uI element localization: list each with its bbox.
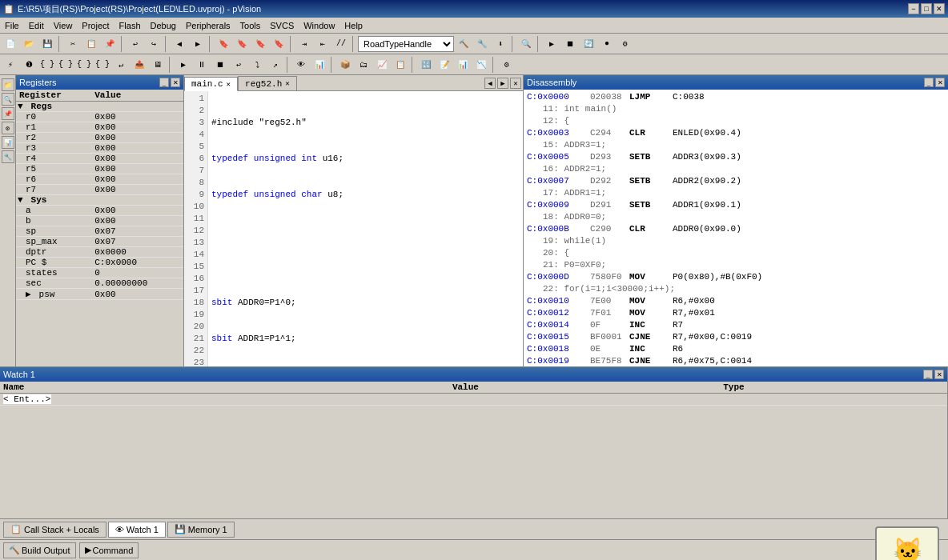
tb2-btn19[interactable]: 🗂 xyxy=(355,56,372,74)
disasm-minimize[interactable]: _ xyxy=(924,78,934,87)
tb2-btn17[interactable]: 📊 xyxy=(311,56,328,74)
tb2-btn5[interactable]: { } xyxy=(75,56,93,74)
menu-view[interactable]: View xyxy=(49,19,78,32)
tb2-btn10[interactable]: ▶ xyxy=(175,56,192,74)
minimize-button[interactable]: − xyxy=(908,3,919,14)
tb2-btn16[interactable]: 👁 xyxy=(292,56,310,74)
sidebar-icon-6[interactable]: 🔧 xyxy=(2,150,14,163)
nav-back-btn[interactable]: ◀ xyxy=(171,35,188,53)
target-dropdown[interactable]: RoadTypeHandle xyxy=(358,36,454,52)
build-output-btn[interactable]: 🔨 Build Output xyxy=(3,542,76,558)
sep9 xyxy=(169,57,172,73)
watch-entry-input[interactable] xyxy=(3,394,51,404)
watch-minimize[interactable]: _ xyxy=(923,370,933,379)
tb2-btn24[interactable]: 📊 xyxy=(454,56,472,74)
btab-watch1[interactable]: 👁 Watch 1 xyxy=(108,522,166,538)
save-btn[interactable]: 💾 xyxy=(38,35,56,53)
sys-collapse-icon[interactable]: ▼ xyxy=(18,195,26,205)
search-btn[interactable]: 🔍 xyxy=(517,35,535,53)
watch-close[interactable]: ✕ xyxy=(934,370,944,379)
tb2-btn21[interactable]: 📋 xyxy=(392,56,409,74)
menu-flash[interactable]: Flash xyxy=(114,19,146,32)
tb2-btn14[interactable]: ⤵ xyxy=(248,56,266,74)
open-btn[interactable]: 📂 xyxy=(20,35,38,53)
menu-help[interactable]: Help xyxy=(339,19,368,32)
tb2-btn4[interactable]: { } xyxy=(57,56,74,74)
undo-btn[interactable]: ↩ xyxy=(127,35,144,53)
tab-scroll-right[interactable]: ▶ xyxy=(497,78,508,89)
sidebar-icon-5[interactable]: 📊 xyxy=(2,136,14,149)
bookmark4-btn[interactable]: 🔖 xyxy=(270,35,287,53)
nav-fwd-btn[interactable]: ▶ xyxy=(189,35,207,53)
tb2-btn9[interactable]: 🖥 xyxy=(149,56,167,74)
registers-minimize[interactable]: _ xyxy=(159,78,169,87)
watch-entry-row[interactable] xyxy=(0,394,947,406)
bookmark3-btn[interactable]: 🔖 xyxy=(251,35,269,53)
debug-stop-btn[interactable]: ⏹ xyxy=(561,35,579,53)
sidebar-icon-3[interactable]: 📌 xyxy=(2,107,14,120)
rebuild-btn[interactable]: 🔧 xyxy=(473,35,491,53)
bookmark-btn[interactable]: 🔖 xyxy=(215,35,232,53)
tab-reg52-h-close[interactable]: ✕ xyxy=(285,79,289,88)
bookmark2-btn[interactable]: 🔖 xyxy=(233,35,251,53)
menu-svcs[interactable]: SVCS xyxy=(265,19,299,32)
registers-close[interactable]: ✕ xyxy=(171,78,180,87)
cut-btn[interactable]: ✂ xyxy=(64,35,82,53)
options-btn[interactable]: ⚙ xyxy=(617,35,634,53)
sidebar-icon-4[interactable]: ⚙ xyxy=(2,122,14,134)
build-btn[interactable]: 🔨 xyxy=(455,35,472,53)
tb2-btn18[interactable]: 📦 xyxy=(336,56,354,74)
command-btn[interactable]: ▶ Command xyxy=(79,542,139,558)
tb2-btn13[interactable]: ↩ xyxy=(230,56,247,74)
outdent-btn[interactable]: ⇤ xyxy=(314,35,331,53)
tb2-btn1[interactable]: ⚡ xyxy=(2,56,19,74)
menu-project[interactable]: Project xyxy=(77,19,114,32)
disasm-close[interactable]: ✕ xyxy=(935,78,945,87)
watch-entry-name[interactable] xyxy=(0,394,449,406)
tb2-btn15[interactable]: ↗ xyxy=(267,56,284,74)
tb2-btn3[interactable]: { } xyxy=(38,56,56,74)
psw-expand-icon[interactable]: ▶ xyxy=(26,289,34,299)
tab-scroll-left[interactable]: ◀ xyxy=(484,78,496,89)
tab-main-c[interactable]: main.c ✕ xyxy=(184,77,238,91)
maximize-button[interactable]: □ xyxy=(921,3,932,14)
tb2-btn2[interactable]: ❶ xyxy=(20,56,38,74)
menu-tools[interactable]: Tools xyxy=(235,19,266,32)
close-button[interactable]: ✕ xyxy=(934,3,945,14)
code-text-area[interactable]: #include "reg52.h" typedef unsigned int … xyxy=(208,91,523,366)
regs-collapse-icon[interactable]: ▼ xyxy=(18,102,26,111)
menu-peripherals[interactable]: Peripherals xyxy=(181,19,235,32)
indent-btn[interactable]: ⇥ xyxy=(295,35,313,53)
tb2-btn11[interactable]: ⏸ xyxy=(193,56,211,74)
debug-bp-btn[interactable]: ● xyxy=(598,35,616,53)
btab-callstack[interactable]: 📋 Call Stack + Locals xyxy=(3,522,106,538)
new-btn[interactable]: 📄 xyxy=(2,35,19,53)
tb2-btn26[interactable]: ⚙ xyxy=(498,56,516,74)
btab-memory1[interactable]: 💾 Memory 1 xyxy=(167,522,235,538)
menu-edit[interactable]: Edit xyxy=(24,19,49,32)
tb2-btn22[interactable]: 🔣 xyxy=(417,56,435,74)
menu-window[interactable]: Window xyxy=(299,19,339,32)
tb2-btn12[interactable]: ⏹ xyxy=(211,56,229,74)
tb2-btn8[interactable]: 📤 xyxy=(131,56,148,74)
menu-file[interactable]: File xyxy=(0,19,24,32)
tb2-btn25[interactable]: 📉 xyxy=(472,56,490,74)
tb2-btn7[interactable]: ↵ xyxy=(112,56,130,74)
paste-btn[interactable]: 📌 xyxy=(101,35,118,53)
sidebar-icon-2[interactable]: 🔍 xyxy=(2,93,14,106)
tb2-btn6[interactable]: { } xyxy=(94,56,111,74)
redo-btn[interactable]: ↪ xyxy=(145,35,163,53)
debug-reset-btn[interactable]: 🔄 xyxy=(580,35,597,53)
tab-close-all[interactable]: ✕ xyxy=(510,78,521,89)
disasm-content[interactable]: C:0x0000 020038 LJMP C:0038 11: int main… xyxy=(524,90,948,366)
tb2-btn23[interactable]: 📝 xyxy=(436,56,453,74)
menu-debug[interactable]: Debug xyxy=(146,19,181,32)
debug-run-btn[interactable]: ▶ xyxy=(543,35,560,53)
download-btn[interactable]: ⬇ xyxy=(492,35,509,53)
tab-main-c-close[interactable]: ✕ xyxy=(227,80,231,89)
sidebar-icon-1[interactable]: 📁 xyxy=(2,78,14,91)
tab-reg52-h[interactable]: reg52.h ✕ xyxy=(238,76,297,90)
comment-btn[interactable]: // xyxy=(332,35,350,53)
copy-btn[interactable]: 📋 xyxy=(82,35,100,53)
tb2-btn20[interactable]: 📈 xyxy=(373,56,391,74)
